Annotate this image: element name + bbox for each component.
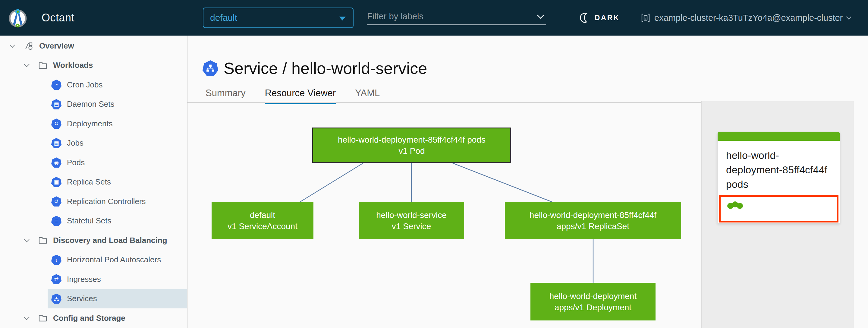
namespace-value: default (210, 13, 237, 23)
dropdown-caret-icon (339, 17, 346, 21)
sidebar-item-replication-controllers[interactable]: ↺ Replication Controllers (0, 192, 187, 211)
sidebar-item-jobs[interactable]: ▦ Jobs (0, 133, 187, 153)
pods-icon: ◉ (51, 157, 61, 168)
graph-edge (300, 163, 363, 202)
page-title-row: Service / hello-world-service (203, 59, 427, 78)
service-icon (203, 60, 218, 76)
sidebar-item-pods[interactable]: ◉ Pods (0, 153, 187, 173)
cron-jobs-icon: ◔ (51, 80, 61, 90)
page-title: Service / hello-world-service (224, 59, 427, 78)
chevron-down-icon[interactable] (23, 317, 30, 319)
sidebar-item-ingresses[interactable]: ⇄ Ingresses (0, 270, 187, 289)
graph-edge (453, 163, 552, 202)
app-title: Octant (41, 11, 74, 24)
chevron-down-icon[interactable] (23, 64, 30, 66)
header: Octant default DARK example-cluster-ka3T… (0, 0, 868, 36)
ingresses-icon: ⇄ (51, 274, 61, 284)
replica-sets-icon: ▣ (51, 177, 61, 187)
theme-toggle-label: DARK (595, 13, 620, 22)
sidebar-group-discovery-load-balancing[interactable]: Discovery and Load Balancing (0, 231, 187, 250)
pod-status-dots (721, 197, 837, 209)
hpa-icon: ↕ (51, 255, 61, 265)
cluster-icon (641, 13, 650, 22)
pod-group-card[interactable]: hello-world-deployment-85ff4cf44f pods (718, 132, 840, 223)
sidebar-item-overview[interactable]: Overview (0, 36, 187, 56)
graph-node-deployment[interactable]: hello-world-deployment apps/v1 Deploymen… (530, 283, 655, 321)
folder-icon (38, 61, 48, 70)
sidebar-item-stateful-sets[interactable]: ≡ Stateful Sets (0, 211, 187, 231)
sidebar-item-deployments[interactable]: ↻ Deployments (0, 114, 187, 133)
label-filter-input[interactable] (367, 9, 524, 24)
graph-node-replicaset[interactable]: hello-world-deployment-85ff4cf44f apps/v… (505, 202, 681, 239)
sidebar-nav: Overview Workloads ◔ Cron Jobs ▤ Daemon … (0, 36, 187, 328)
chevron-down-icon[interactable] (23, 239, 30, 241)
daemon-sets-icon: ▤ (51, 99, 61, 110)
replication-controllers-icon: ↺ (51, 196, 61, 207)
filter-caret-icon[interactable] (537, 11, 544, 19)
services-icon (51, 294, 61, 304)
graph-node-serviceaccount[interactable]: default v1 ServiceAccount (212, 202, 313, 239)
sidebar-group-config-and-storage[interactable]: Config and Storage (0, 308, 187, 328)
chevron-down-icon[interactable] (8, 45, 16, 47)
graph-node-service[interactable]: hello-world-service v1 Service (359, 202, 464, 239)
namespace-dropdown[interactable]: default (203, 7, 353, 28)
folder-icon (38, 314, 48, 323)
label-filter (367, 9, 546, 25)
card-status-bar (718, 132, 840, 141)
sidebar-item-daemon-sets[interactable]: ▤ Daemon Sets (0, 95, 187, 114)
theme-toggle-button[interactable]: DARK (580, 0, 620, 36)
sidebar-item-cron-jobs[interactable]: ◔ Cron Jobs (0, 75, 187, 95)
jobs-icon: ▦ (51, 138, 61, 148)
graph-node-pod[interactable]: hello-world-deployment-85ff4cf44f pods v… (312, 127, 511, 163)
main-content: Service / hello-world-service Summary Re… (187, 36, 868, 328)
sidebar-item-horizontal-pod-autoscalers[interactable]: ↕ Horizontal Pod Autoscalers (0, 250, 187, 270)
sidebar-item-services[interactable]: Services (0, 289, 187, 309)
stateful-sets-icon: ≡ (51, 216, 61, 226)
pod-status-highlight (719, 195, 838, 222)
octant-window: Octant default DARK example-cluster-ka3T… (0, 0, 868, 328)
overview-icon (24, 41, 34, 50)
resource-graph: hello-world-deployment-85ff4cf44f pods v… (187, 101, 701, 328)
context-label: example-cluster-ka3TuTzYo4a@example-clus… (654, 13, 843, 23)
sidebar-group-workloads[interactable]: Workloads (0, 56, 187, 76)
context-selector[interactable]: example-cluster-ka3TuTzYo4a@example-clus… (641, 0, 850, 36)
detail-panel: hello-world-deployment-85ff4cf44f pods (701, 101, 854, 328)
pod-status-dot[interactable] (732, 201, 738, 207)
moon-icon (580, 13, 590, 23)
deployments-icon: ↻ (51, 118, 61, 129)
octant-logo (8, 8, 28, 28)
folder-icon (38, 236, 48, 245)
card-title: hello-world-deployment-85ff4cf44f pods (726, 148, 831, 191)
sidebar-item-replica-sets[interactable]: ▣ Replica Sets (0, 173, 187, 192)
context-caret-icon (846, 14, 851, 20)
